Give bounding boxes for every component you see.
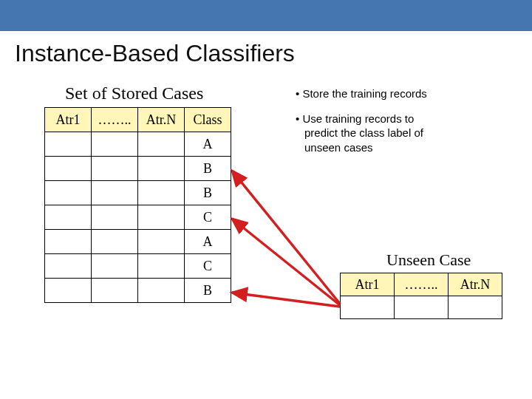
table-header-row: Atr1 …….. Atr.N — [341, 273, 502, 296]
table-row: C — [45, 254, 231, 279]
arrow-line — [232, 293, 340, 307]
header-class: Class — [185, 108, 231, 132]
unseen-header-dots: …….. — [395, 273, 449, 296]
table-row: A — [45, 132, 231, 157]
class-cell: C — [185, 254, 231, 279]
table-row: C — [45, 205, 231, 230]
bullet-2: • Use training records to — [296, 112, 510, 126]
table-row: B — [45, 157, 231, 181]
class-cell: B — [185, 181, 231, 205]
bullet-1-text: Store the training records — [302, 87, 426, 100]
top-bar — [0, 0, 532, 31]
class-cell: B — [185, 157, 231, 181]
header-atr1: Atr1 — [45, 108, 92, 132]
bullet-2-line2: predict the class label of — [296, 126, 510, 140]
unseen-header-atr1: Atr1 — [341, 273, 395, 296]
bullet-list: • Store the training records • Use train… — [296, 86, 510, 154]
table-row: B — [45, 181, 231, 205]
bullet-1: • Store the training records — [296, 86, 510, 101]
class-cell: C — [185, 205, 231, 230]
bullet-2-line3: unseen cases — [296, 140, 510, 155]
stored-cases-table: Atr1 …….. Atr.N Class A B B C A C B — [44, 107, 231, 303]
header-dots: …….. — [92, 108, 138, 132]
unseen-row — [341, 296, 502, 319]
table-header-row: Atr1 …….. Atr.N Class — [45, 108, 231, 132]
class-cell: B — [185, 279, 231, 303]
table-row: B — [45, 279, 231, 303]
stored-cases-title: Set of Stored Cases — [65, 83, 203, 103]
arrow-line — [232, 219, 340, 305]
bullet-2-line1: Use training records to — [302, 112, 414, 125]
arrow-line — [232, 171, 340, 304]
table-row: A — [45, 230, 231, 254]
slide-title: Instance-Based Classifiers — [15, 40, 532, 67]
unseen-case-title: Unseen Case — [386, 250, 471, 270]
class-cell: A — [185, 132, 231, 157]
class-cell: A — [185, 230, 231, 254]
unseen-case-table: Atr1 …….. Atr.N — [340, 273, 502, 319]
content-area: Set of Stored Cases Atr1 …….. Atr.N Clas… — [0, 67, 532, 399]
unseen-header-atrn: Atr.N — [449, 273, 502, 296]
header-atrn: Atr.N — [138, 108, 185, 132]
